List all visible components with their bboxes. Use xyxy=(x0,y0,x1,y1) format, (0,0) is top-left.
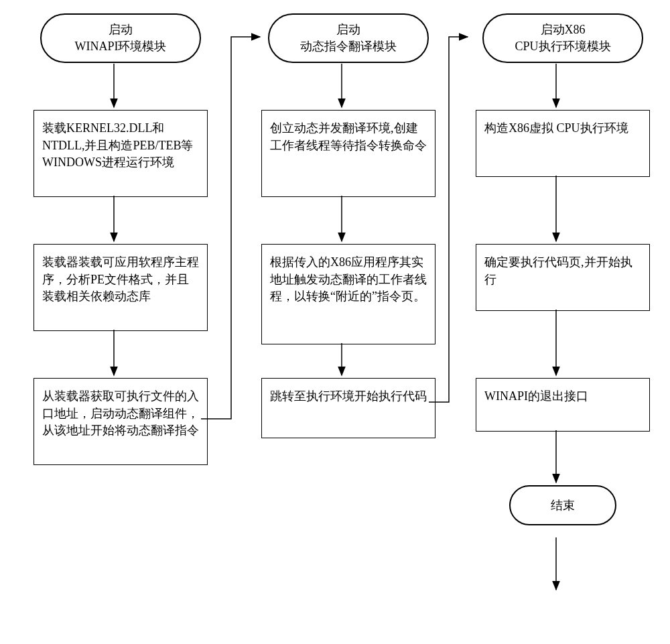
step-b1: 创立动态并发翻译环境,创建工作者线程等待指令转换命令 xyxy=(261,110,436,197)
terminator-winapi: 启动 WINAPI环境模块 xyxy=(40,13,201,63)
terminator-translation: 启动 动态指令翻译模块 xyxy=(268,13,429,63)
terminator-cpu: 启动X86 CPU执行环境模块 xyxy=(482,13,643,63)
step-text: 构造X86虚拟 CPU执行环境 xyxy=(484,120,628,137)
step-a1: 装载KERNEL32.DLL和NTDLL,并且构造PEB/TEB等WINDOWS… xyxy=(34,110,208,197)
step-a3: 从装载器获取可执行文件的入口地址，启动动态翻译组件，从该地址开始将动态翻译指令 xyxy=(34,378,208,465)
step-c1: 构造X86虚拟 CPU执行环境 xyxy=(476,110,650,177)
step-text: 从装载器获取可执行文件的入口地址，启动动态翻译组件，从该地址开始将动态翻译指令 xyxy=(42,388,199,439)
column-cpu: 启动X86 CPU执行环境模块 构造X86虚拟 CPU执行环境 确定要执行代码页… xyxy=(469,13,657,525)
step-text: 根据传入的X86应用程序其实地址触发动态翻译的工作者线程，以转换“附近的”指令页… xyxy=(270,254,427,305)
step-c3: WINAPI的退出接口 xyxy=(476,378,650,432)
step-b2: 根据传入的X86应用程序其实地址触发动态翻译的工作者线程，以转换“附近的”指令页… xyxy=(261,244,436,344)
terminator-end: 结束 xyxy=(509,485,616,525)
terminator-text: 结束 xyxy=(523,497,603,514)
step-text: 创立动态并发翻译环境,创建工作者线程等待指令转换命令 xyxy=(270,120,427,153)
column-winapi: 启动 WINAPI环境模块 装载KERNEL32.DLL和NTDLL,并且构造P… xyxy=(27,13,214,465)
step-text: 装载器装载可应用软程序主程序，分析PE文件格式，并且装载相关依赖动态库 xyxy=(42,254,199,305)
step-text: WINAPI的退出接口 xyxy=(484,388,588,405)
column-translation: 启动 动态指令翻译模块 创立动态并发翻译环境,创建工作者线程等待指令转换命令 根… xyxy=(255,13,442,438)
terminator-text: 启动 WINAPI环境模块 xyxy=(54,21,188,55)
step-b3: 跳转至执行环境开始执行代码 xyxy=(261,378,436,438)
terminator-text: 启动X86 CPU执行环境模块 xyxy=(496,21,630,55)
terminator-text: 启动 动态指令翻译模块 xyxy=(281,21,415,55)
step-c2: 确定要执行代码页,并开始执行 xyxy=(476,244,650,311)
step-text: 跳转至执行环境开始执行代码 xyxy=(270,388,427,405)
step-text: 确定要执行代码页,并开始执行 xyxy=(484,254,641,287)
step-a2: 装载器装载可应用软程序主程序，分析PE文件格式，并且装载相关依赖动态库 xyxy=(34,244,208,331)
step-text: 装载KERNEL32.DLL和NTDLL,并且构造PEB/TEB等WINDOWS… xyxy=(42,120,199,171)
